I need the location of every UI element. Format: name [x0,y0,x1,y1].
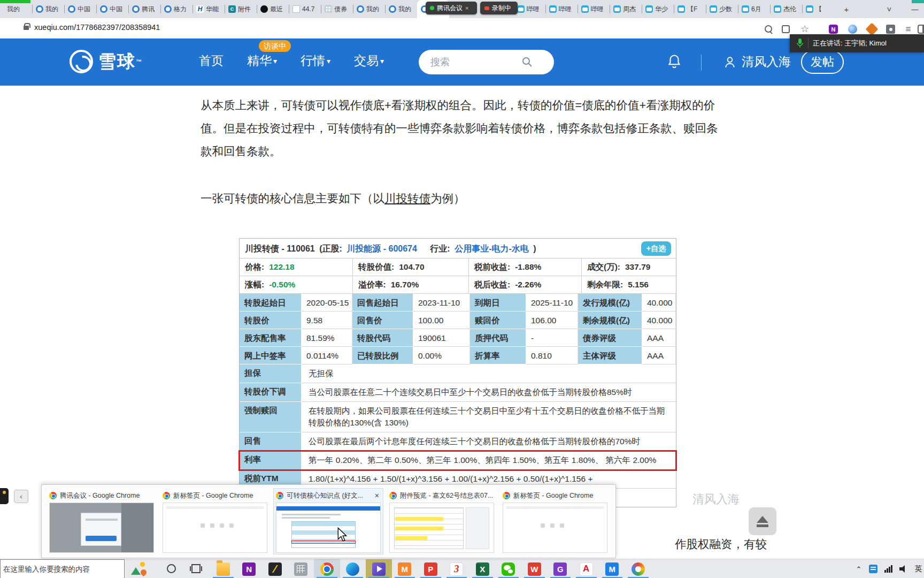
recording-overlay-chip[interactable]: 录制中 [480,2,518,14]
browser-tab[interactable]: 【 [802,0,834,18]
tab-search-button[interactable]: ˅ [882,2,896,16]
browser-tab[interactable]: 6月 [738,0,770,18]
browser-tab[interactable]: 我的 [385,0,417,18]
browser-tab[interactable]: 中国 [64,0,96,18]
search-icon[interactable] [521,56,533,68]
post-button[interactable]: 发帖 [801,50,844,74]
browser-tab[interactable]: 腾讯 [128,0,160,18]
edge-icon[interactable] [340,559,366,578]
zoom-icon[interactable] [764,24,773,34]
metamask-extension-icon[interactable] [865,22,878,35]
dark-app-icon[interactable] [262,559,288,578]
g-pdf-icon[interactable] [548,559,574,578]
browser-tab[interactable]: 哔哩 [513,0,545,18]
network-icon[interactable] [884,565,892,573]
browser-tab[interactable]: 中国 [96,0,128,18]
window-preview[interactable]: 新标签页 - Google Chrome [500,489,610,554]
pdf-p-icon[interactable] [418,559,444,578]
preview-close-icon[interactable]: × [373,491,381,500]
cortana-icon[interactable] [167,564,176,573]
wps-writer-icon[interactable] [521,559,548,578]
taskbar-search-box[interactable] [0,559,125,578]
nav-item[interactable]: 交易 ▾ [354,52,384,69]
preview-thumbnail[interactable] [49,503,154,553]
meeting-chip-close-icon[interactable]: × [465,5,468,11]
browser-tab[interactable]: 华少 [642,0,674,18]
extensions-puzzle-icon[interactable] [886,25,895,34]
browser-tab[interactable]: 债券 [321,0,353,18]
grid-app-icon[interactable] [288,559,314,578]
tray-app-icon[interactable] [869,565,877,573]
stock-link[interactable]: 川投能源 - 600674 [346,244,417,253]
taskbar-search-input[interactable] [1,560,124,578]
volume-icon[interactable] [899,565,908,573]
onenote-icon[interactable] [236,559,263,578]
preview-thumbnail[interactable] [389,503,494,553]
color-swirl-icon[interactable] [625,559,651,578]
grid-cell: - [526,329,578,347]
search-highlight-icon[interactable] [130,561,148,577]
bookmark-star-icon[interactable]: ☆ [800,24,810,34]
window-preview[interactable]: 附件预览 - 嘉文62号结息表07... [387,489,496,554]
window-minimize-button[interactable]: — [908,2,922,16]
playlist-extension-icon[interactable] [904,25,913,34]
xueqiu-logo[interactable]: 雪球™ [70,50,143,73]
browser-tab[interactable]: 杰伦 [770,0,802,18]
browser-tab[interactable]: 华能 [192,0,225,18]
browser-tab[interactable]: 我的 [353,0,385,18]
browser-tab[interactable]: 44.7 [289,0,321,18]
browser-tab[interactable]: 我的 [32,0,64,18]
quote-cell: 溢价率: 16.70% [352,276,468,293]
preview-thumbnail[interactable] [163,503,267,553]
browser-tab[interactable]: 少数 [706,0,738,18]
blue-m-icon[interactable] [599,559,626,578]
onenote-extension-icon[interactable]: N [829,25,838,34]
user-menu[interactable]: 清风入海 [723,54,791,70]
browser-tab[interactable]: 哔哩 [545,0,578,18]
header-search-input[interactable] [419,57,520,68]
browser-tab[interactable]: 格力 [160,0,192,18]
url-bar[interactable]: xueqiu.com/1778682397/208358941 [34,23,160,32]
browser-tab[interactable]: 附件 [225,0,257,18]
task-view-icon[interactable] [191,564,201,573]
preview-thumbnail[interactable] [503,503,607,553]
window-preview-hovered[interactable]: 可转债核心知识点 (好文... × [274,489,383,554]
browser-tab[interactable]: 最近 [257,0,289,18]
header-search-box[interactable] [419,50,554,74]
share-icon[interactable] [782,25,790,33]
eject-button[interactable] [749,507,776,535]
blue-extension-icon[interactable] [848,25,857,34]
nav-item[interactable]: 行情 ▾ [301,52,330,69]
file-explorer-icon[interactable] [210,559,236,578]
acrobat-icon[interactable] [573,559,599,578]
excel-icon[interactable] [469,559,496,578]
left-dock-handle[interactable] [0,488,9,504]
nav-item[interactable]: 首页 [199,52,224,69]
new-tab-button[interactable]: + [840,2,853,16]
lock-icon[interactable] [24,26,29,30]
grid-cell: 折算率 [470,347,526,364]
browser-tab[interactable]: 【F [674,0,706,18]
window-preview[interactable]: 腾讯会议 - Google Chrome [47,489,156,554]
add-watchlist-button[interactable]: +自选 [641,241,671,256]
meeting-overlay-chip[interactable]: 腾讯会议 × [426,2,477,14]
chrome-icon[interactable] [314,559,340,578]
bell-icon[interactable] [667,54,682,70]
window-preview[interactable]: 新标签页 - Google Chrome [160,489,270,554]
red-3-app-icon[interactable] [444,559,470,578]
grid-cell: AAA [642,347,676,364]
sidebar-toggle-icon[interactable] [918,25,924,34]
tab-label: 我的 [7,5,20,14]
typora-icon[interactable] [392,559,418,578]
browser-tab[interactable]: 哔哩 [578,0,610,18]
nav-item[interactable]: 精华 ▾ 访谈中 [247,52,277,69]
collapse-chevron-icon[interactable]: ‹ [14,490,28,503]
media-player-icon[interactable] [366,559,392,578]
language-indicator[interactable]: 英 [915,564,922,574]
wechat-icon[interactable] [496,559,522,578]
browser-tab[interactable]: 周杰 [610,0,642,18]
preview-thumbnail[interactable] [276,503,381,553]
industry-link[interactable]: 公用事业-电力-水电 [455,244,529,253]
tray-expand-icon[interactable]: ⌃ [856,565,862,573]
bond-link[interactable]: 川投转债 [384,192,430,205]
